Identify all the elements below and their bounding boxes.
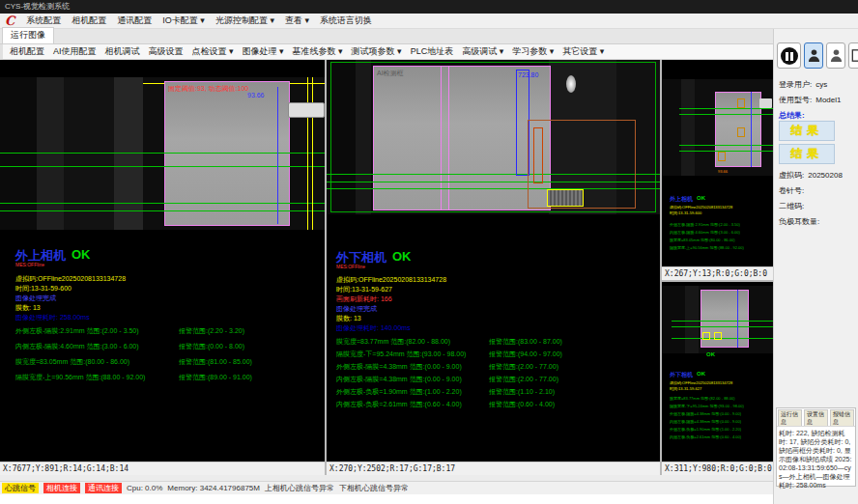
alarm-range: 报警范围:(0.00 - 8.00) <box>179 342 244 351</box>
mini-upper-image[interactable]: 93.66 外上相机 OK 虚拟码:OFFline202502081331347… <box>662 60 773 266</box>
alarm-range: 报警范围:(2.00 - 77.00) <box>489 362 558 372</box>
yellow-roi-box <box>714 332 722 340</box>
result-box-lower: 结果 <box>779 144 835 164</box>
orange-roi-box <box>718 152 726 161</box>
qr-code-label: 二维码: <box>779 202 804 210</box>
virtual-code-line: 虚拟码:OFFline20250208133134728 <box>670 205 732 210</box>
result-box-upper: 结果 <box>779 121 835 141</box>
camera-subnote: MES:OFFline <box>15 262 44 267</box>
orange-roi-box <box>737 98 745 108</box>
run-info-log: 耗时: 222, 缺陷检测耗时: 17, 缺陷分类耗时: 0, 缺陷画框分类耗时… <box>777 427 855 491</box>
camera-panels: 固定阈值:93, 动态阈值:100 93.66 外上相机 OK MES:OFFl… <box>0 60 773 475</box>
tool-baseline-params[interactable]: 基准线参数 ▾ <box>293 45 343 58</box>
tool-other-settings[interactable]: 其它设置 ▾ <box>562 45 604 58</box>
camera-title: 外下相机 <box>670 371 693 379</box>
refresh-elapsed-line: 画面刷新耗时: 166 <box>336 294 392 304</box>
tab-settings-info[interactable]: 设置信息 <box>804 409 828 426</box>
panel-mini-upper: 93.66 外上相机 OK 虚拟码:OFFline202502081331347… <box>662 60 773 280</box>
layer-count-line: 膜数: 13 <box>15 303 41 313</box>
measurement-row: 隔膜宽度-下=95.24mm 范围:(93.00 - 98.00) <box>670 404 744 408</box>
camera-result: OK <box>72 247 91 262</box>
tool-advanced-settings[interactable]: 高级设置 <box>149 45 184 58</box>
menu-camera-config[interactable]: 相机配置 <box>72 14 106 27</box>
model-row: 使用型号:Model1 <box>779 95 841 105</box>
layer-count-line: 膜数: 13 <box>336 314 361 323</box>
blue-value-label: 93.66 <box>247 92 265 98</box>
info-box: 运行信息 设置信息 报错信息 耗时: 222, 缺陷检测耗时: 17, 缺陷分类… <box>776 407 856 487</box>
tab-error-info[interactable]: 报错信息 <box>830 409 854 426</box>
green-measure-line <box>0 210 325 211</box>
app-logo-icon: C <box>5 14 14 27</box>
menu-comm-config[interactable]: 通讯配置 <box>117 14 152 27</box>
menu-io-card-config[interactable]: IO卡配置 ▾ <box>162 14 205 27</box>
info-tabs: 运行信息 设置信息 报错信息 <box>777 408 855 427</box>
lower-camera-heartbeat-status: 下相机心跳信号异常 <box>339 483 409 493</box>
virtual-code-label: 虚拟码: <box>779 171 804 180</box>
threshold-overlay-text: 固定阈值:93, 动态阈值:100 <box>168 84 248 94</box>
upper-camera-image[interactable]: 固定阈值:93, 动态阈值:100 93.66 外上相机 OK MES:OFFl… <box>0 60 325 462</box>
green-measure-line <box>0 166 325 167</box>
pause-button[interactable] <box>777 42 801 69</box>
tool-camera-config[interactable]: 相机配置 <box>10 45 44 58</box>
tool-spot-check[interactable]: 点检设置 ▾ <box>192 45 234 58</box>
app-window: CYS-视觉检测系统 C 系统配置 相机配置 通讯配置 IO卡配置 ▾ 光源控制… <box>0 0 858 504</box>
measurement-row: 膜宽度=83.05mm 范围:(80.00 - 86.00) <box>670 238 734 242</box>
memory-usage: Memory: 3424.41796875M <box>167 484 260 492</box>
tool-image-processing[interactable]: 图像处理 ▾ <box>243 45 284 58</box>
alarm-range: 报警范围:(89.00 - 91.00) <box>179 373 252 382</box>
virtual-code-line: 虚拟码:OFFline20250208133134728 <box>336 275 446 285</box>
tool-plc-address[interactable]: PLC地址表 <box>411 45 454 58</box>
time-line: 时间:13-31-59-627 <box>336 285 392 294</box>
mini-lower-image[interactable]: OK 外下相机 OK 虚拟码:OFFline20250208133134728 … <box>662 282 773 462</box>
measurement-row: 隔膜宽度-下=95.24mm 范围:(93.00 - 98.00) <box>336 350 466 359</box>
heartbeat-badge: 心跳信号 <box>2 483 39 493</box>
tab-run-image[interactable]: 运行图像 <box>2 27 54 43</box>
camera-result: OK <box>697 195 705 201</box>
tool-advanced-debug[interactable]: 高级调试 ▾ <box>462 45 503 58</box>
alarm-range: 报警范围:(2.20 - 3.20) <box>179 326 244 336</box>
process-done-line: 图像处理完成 <box>15 294 56 303</box>
time-line: 时间:13-31-59-600 <box>15 284 72 294</box>
green-measure-line <box>0 153 325 154</box>
measurement-row: 内侧左极-隔膜=4.38mm 范围:(0.00 - 9.00) <box>336 375 462 384</box>
right-sidebar: 登录用户:cys 使用型号:Model1 总结果: 结果 结果 虚拟码:2025… <box>773 29 858 504</box>
alarm-range: 报警范围:(83.00 - 87.00) <box>489 337 562 347</box>
pixel-status-bar: X:7677;Y:891;R:14;G:14;B:14 <box>0 462 325 475</box>
defect-highlight-box <box>547 189 584 207</box>
comm-connection-badge: 通讯连接 <box>85 483 122 493</box>
negative-tab-count-label: 负极耳数量: <box>779 217 819 226</box>
menu-light-control-config[interactable]: 光源控制配置 ▾ <box>215 14 274 27</box>
time-line: 时间:13-31-59-627 <box>670 386 701 391</box>
lower-camera-image[interactable]: AI检测框 723.80 外下相机 OK <box>327 60 660 462</box>
blue-value-label: 723.80 <box>518 71 538 78</box>
time-line: 时间:13-31-59-600 <box>670 210 701 215</box>
operator-button[interactable] <box>826 42 845 69</box>
user-button[interactable] <box>804 42 823 69</box>
menu-system-config[interactable]: 系统配置 <box>26 14 61 27</box>
menu-bar: C 系统配置 相机配置 通讯配置 IO卡配置 ▾ 光源控制配置 ▾ 查看 ▾ 系… <box>0 14 858 29</box>
logout-icon <box>851 48 858 63</box>
measurement-row: 内侧左极-隔膜=4.38mm 范围:(0.00 - 9.00) <box>670 419 741 424</box>
tool-learning-params[interactable]: 学习参数 ▾ <box>512 45 554 58</box>
panel-lower-camera: AI检测框 723.80 外下相机 OK <box>327 60 660 475</box>
menu-language-switch[interactable]: 系统语言切换 <box>320 14 372 27</box>
measurement-row: 内侧左极-负极=2.61mm 范围:(0.60 - 4.00) <box>336 400 462 409</box>
green-measure-line <box>672 326 773 327</box>
logout-button[interactable] <box>848 42 858 69</box>
tool-camera-debug[interactable]: 相机调试 <box>105 45 140 58</box>
elapsed-line: 图像处理耗时: 140.00ms <box>336 323 411 333</box>
green-measure-line <box>672 338 773 339</box>
menu-view[interactable]: 查看 ▾ <box>285 14 309 27</box>
tab-run-info[interactable]: 运行信息 <box>778 409 802 426</box>
operator-icon <box>830 48 843 63</box>
tool-test-params[interactable]: 测试项参数 ▾ <box>352 45 402 58</box>
login-user-value: cys <box>815 80 827 89</box>
green-measure-line <box>679 114 773 115</box>
secondary-toolbar: 相机配置 AI使用配置 相机调试 高级设置 点检设置 ▾ 图像处理 ▾ 基准线参… <box>0 44 773 60</box>
blue-measure-line <box>751 92 752 167</box>
tool-ai-usage-config[interactable]: AI使用配置 <box>53 45 97 58</box>
yellow-edge-line <box>307 77 308 230</box>
process-done-line: 图像处理完成 <box>336 304 377 314</box>
pause-icon <box>781 47 798 65</box>
user-icon <box>808 48 820 63</box>
